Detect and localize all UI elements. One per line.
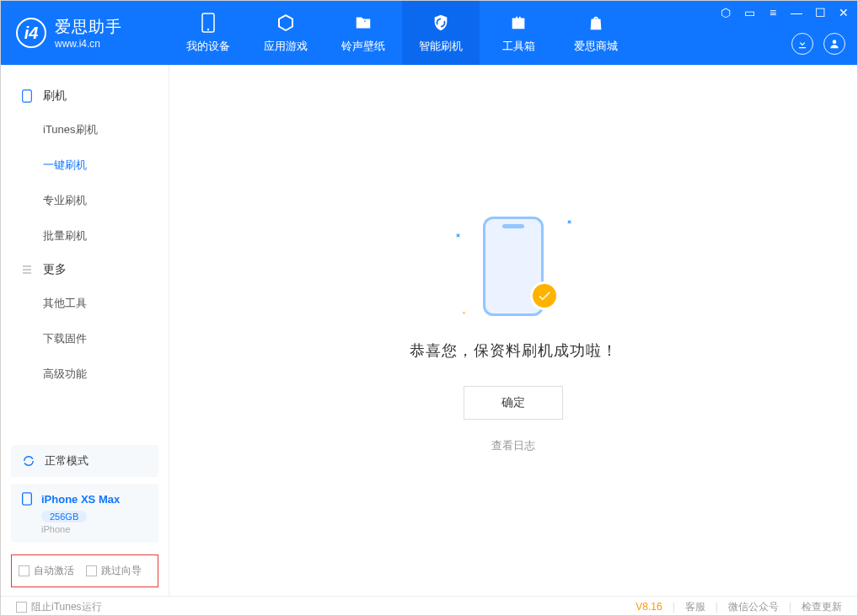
footer-bar: 阻止iTunes运行 V8.16 | 客服 | 微信公众号 | 检查更新 bbox=[1, 596, 857, 616]
svg-rect-3 bbox=[23, 90, 32, 102]
phone-icon bbox=[201, 12, 215, 34]
sidebar: 刷机 iTunes刷机 一键刷机 专业刷机 批量刷机 更多 其他工具 下载固件 … bbox=[1, 65, 169, 596]
svg-rect-4 bbox=[23, 493, 32, 505]
device-mode-panel[interactable]: 正常模式 bbox=[11, 445, 158, 477]
success-illustration: ✦ ✦ ✦ bbox=[446, 207, 581, 325]
checkmark-badge-icon bbox=[530, 281, 559, 310]
sidebar-group-more: 更多 bbox=[1, 254, 169, 286]
version-label[interactable]: V8.16 bbox=[635, 601, 662, 613]
sidebar-group-flash: 刷机 bbox=[1, 80, 169, 112]
sparkle-icon: ✦ bbox=[563, 217, 574, 228]
sidebar-item-onekey-flash[interactable]: 一键刷机 bbox=[1, 147, 169, 183]
tab-ringtones[interactable]: 铃声壁纸 bbox=[324, 1, 402, 65]
sidebar-item-other-tools[interactable]: 其他工具 bbox=[1, 286, 169, 321]
cube-icon bbox=[276, 12, 296, 34]
phone-small-icon bbox=[21, 492, 35, 506]
app-url: www.i4.cn bbox=[55, 38, 122, 50]
download-icon[interactable] bbox=[791, 33, 813, 55]
ok-button[interactable]: 确定 bbox=[464, 386, 563, 420]
header-actions bbox=[791, 33, 845, 55]
close-button[interactable]: ✕ bbox=[837, 6, 850, 19]
phone-outline-icon bbox=[21, 89, 35, 103]
user-icon[interactable] bbox=[823, 33, 845, 55]
device-type: iPhone bbox=[41, 524, 148, 534]
sparkle-icon: ✦ bbox=[459, 308, 469, 318]
checkbox-skip-guide[interactable]: 跳过向导 bbox=[86, 564, 142, 578]
main-content: ✦ ✦ ✦ 恭喜您，保资料刷机成功啦！ 确定 查看日志 bbox=[169, 65, 857, 596]
notebook-icon[interactable]: ▭ bbox=[743, 6, 756, 19]
app-logo: i4 爱思助手 www.i4.cn bbox=[1, 1, 169, 65]
app-name: 爱思助手 bbox=[55, 16, 122, 38]
flash-options-highlight: 自动激活 跳过向导 bbox=[11, 554, 158, 587]
sparkle-icon: ✦ bbox=[452, 230, 463, 241]
device-name: iPhone XS Max bbox=[41, 493, 120, 506]
title-bar: i4 爱思助手 www.i4.cn 我的设备 应用游戏 铃声壁纸 智能刷机 工具… bbox=[1, 1, 857, 65]
tab-apps-games[interactable]: 应用游戏 bbox=[247, 1, 324, 65]
sidebar-item-pro-flash[interactable]: 专业刷机 bbox=[1, 183, 169, 218]
checkbox-auto-activate[interactable]: 自动激活 bbox=[19, 564, 74, 578]
sidebar-item-itunes-flash[interactable]: iTunes刷机 bbox=[1, 112, 169, 147]
shirt-icon[interactable]: ⬡ bbox=[719, 6, 732, 19]
sidebar-item-batch-flash[interactable]: 批量刷机 bbox=[1, 218, 169, 254]
maximize-button[interactable]: ☐ bbox=[813, 6, 827, 19]
svg-point-2 bbox=[833, 40, 837, 44]
music-folder-icon bbox=[354, 12, 373, 34]
checkbox-block-itunes[interactable]: 阻止iTunes运行 bbox=[16, 600, 102, 614]
tab-smart-flash[interactable]: 智能刷机 bbox=[402, 1, 480, 65]
footer-link-wechat[interactable]: 微信公众号 bbox=[728, 600, 779, 614]
footer-link-update[interactable]: 检查更新 bbox=[802, 600, 842, 614]
shopping-bag-icon bbox=[587, 12, 605, 34]
minimize-button[interactable]: — bbox=[790, 6, 803, 19]
view-log-link[interactable]: 查看日志 bbox=[491, 438, 535, 453]
tab-store[interactable]: 爱思商城 bbox=[557, 1, 635, 65]
sidebar-item-advanced[interactable]: 高级功能 bbox=[1, 356, 169, 392]
device-panel[interactable]: iPhone XS Max 256GB iPhone bbox=[11, 484, 158, 543]
sidebar-item-download-firmware[interactable]: 下载固件 bbox=[1, 321, 169, 356]
logo-icon: i4 bbox=[16, 18, 46, 48]
device-capacity: 256GB bbox=[41, 511, 87, 522]
tab-my-device[interactable]: 我的设备 bbox=[169, 1, 247, 65]
footer-link-kefu[interactable]: 客服 bbox=[685, 600, 705, 614]
svg-point-1 bbox=[207, 29, 209, 30]
window-controls: ⬡ ▭ ≡ — ☐ ✕ bbox=[719, 6, 850, 19]
briefcase-icon bbox=[509, 12, 528, 34]
success-message: 恭喜您，保资料刷机成功啦！ bbox=[410, 340, 618, 361]
list-icon bbox=[21, 264, 35, 276]
tab-toolbox[interactable]: 工具箱 bbox=[480, 1, 557, 65]
shield-sync-icon bbox=[432, 12, 450, 34]
main-tabs: 我的设备 应用游戏 铃声壁纸 智能刷机 工具箱 爱思商城 bbox=[169, 1, 635, 65]
menu-icon[interactable]: ≡ bbox=[766, 6, 780, 19]
sync-icon bbox=[21, 453, 36, 469]
